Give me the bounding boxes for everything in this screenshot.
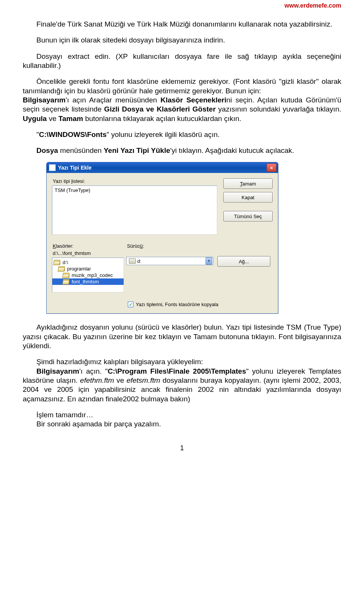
text-run: 'ı açın Araçlar menüsünden [66,96,160,104]
body-paragraph: İşlem tamamdır… [23,410,341,420]
checkbox-label: Yazı tiplerini, Fonts klasörüne kopyala [136,302,218,307]
drive-select[interactable]: d: ▼ [126,257,213,265]
text-run: butonlarına tıklayarak açılan kutucuklar… [83,115,241,123]
window-icon [49,164,56,171]
folder-open-icon [63,279,69,284]
folder-item[interactable]: programlar [52,266,124,272]
text-run-bold: Yeni Yazı Tipi Yükle [104,146,170,154]
text-run: 'yi tıklayın. Aşağıdaki kutucuk açılacak… [170,146,294,154]
font-list-listbox[interactable]: TSM (TrueType) [52,185,217,235]
dialog-titlebar[interactable]: Yazı Tipi Ekle × [47,162,278,173]
copy-fonts-checkbox-row[interactable]: ✓ Yazı tiplerini, Fonts klasörüne kopyal… [128,302,273,307]
drive-label: Sürücü: [127,243,213,249]
text-run-italic: efetsm.ftm [127,376,160,384]
network-button[interactable]: Ağ... [217,256,270,267]
folder-label: muzik_mp3_codec [72,272,113,278]
folder-open-icon [58,266,65,271]
header-url[interactable]: www.erdemefe.com [23,2,341,9]
close-dialog-button[interactable]: Kapat [223,192,273,203]
folder-open-icon [63,273,69,278]
add-font-dialog: Yazı Tipi Ekle × Yazı tipi listesi: TSM … [46,162,278,314]
body-paragraph: Bunun için ilk olarak sitedeki dosyayı b… [23,36,341,45]
close-button[interactable]: × [267,163,276,172]
body-paragraph: Ayıkladığınız dosyanın yolunu (sürücü ve… [23,323,341,351]
body-paragraph: Bir sonraki aşamada bir parça yazalım. [23,420,341,429]
drive-value: d: [137,258,141,264]
ok-button[interactable]: Tamam [223,178,273,189]
text-run: " yolunu izleyerek ilgili klasörü açın. [107,130,220,138]
text-run: menüsünden [58,146,104,154]
page-number: 1 [23,444,341,452]
folder-label: font_thmtsm [72,279,99,284]
body-paragraph: Bilgisayarım'ı açın. "C:\Program Files\F… [23,367,341,404]
folder-item-selected[interactable]: font_thmtsm [52,278,124,285]
dialog-title: Yazı Tipi Ekle [58,165,91,171]
text-run-bold: Bilgisayarım [23,96,66,104]
drive-icon [129,258,136,264]
text-run: 'ı açın. " [79,367,108,375]
folder-item[interactable]: d:\ [52,259,124,266]
folder-tree-listbox[interactable]: d:\ programlar muzik_mp3_codec font [52,258,124,292]
body-paragraph: Dosyayı extract edin. (XP kullanıcıları … [23,52,341,71]
font-list-label: Yazı tipi listesi: [53,178,217,184]
chevron-down-icon[interactable]: ▼ [206,257,212,265]
select-all-button[interactable]: Tümünü Seç [223,211,273,222]
list-item[interactable]: TSM (TrueType) [55,187,215,193]
folder-open-icon [54,260,60,265]
body-paragraph: Şimdi hazırladığımız kalıpları bilgisaya… [23,357,341,366]
text-run-bold: Gizli Dosya ve Klasörleri Göster [104,105,216,113]
text-run-bold: Bilgisayarım [36,367,79,375]
text-run-bold: Dosya [36,146,58,154]
body-paragraph: "C:\WINDOWS\Fonts" yolunu izleyerek ilgi… [23,130,341,139]
text-run: yazısının solundaki yuvarlağa tıklayın. [216,105,341,113]
text-run-bold: Tamam [58,115,83,123]
body-paragraph: Öncelikle gerekli fontu font klasörüne e… [23,77,341,123]
folder-item[interactable]: muzik_mp3_codec [52,272,124,278]
text-run: ve [114,376,127,384]
text-run-bold: Klasör Seçenekleri [160,96,226,104]
folders-label: Klasörler: [53,243,124,249]
checkbox-checked-icon[interactable]: ✓ [128,302,133,307]
close-icon: × [270,165,273,171]
text-run-italic: efethm.ftm [80,376,114,384]
text-run: Öncelikle gerekli fontu font klasörüne e… [23,77,341,94]
document-page: www.erdemefe.com Finale'de Türk Sanat Mü… [0,0,364,467]
folder-label: programlar [67,266,91,272]
body-paragraph: Finale'de Türk Sanat Müziği ve Türk Halk… [23,20,341,29]
text-run-bold: C:\Program Files\Finale 2005\Templates [108,367,246,375]
text-run: " [36,130,39,138]
text-run: ve [47,115,58,123]
text-run-bold: Uygula [23,115,47,123]
folder-label: d:\ [63,259,68,265]
folders-path: d:\...\font_thmtsm [53,250,124,256]
text-run-bold: C:\WINDOWS\Fonts [39,130,107,138]
body-paragraph: Dosya menüsünden Yeni Yazı Tipi Yükle'yi… [23,146,341,155]
